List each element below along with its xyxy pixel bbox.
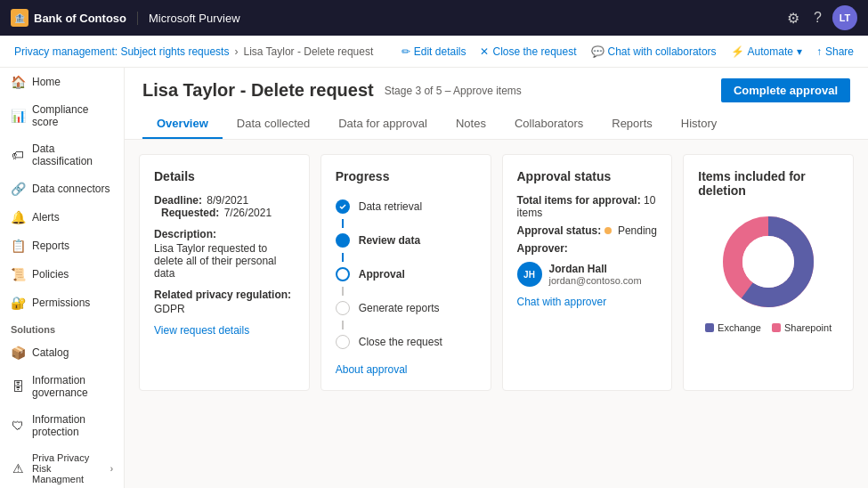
sidebar-item-policies[interactable]: 📜 Policies [0,260,124,289]
requested-label: Requested: [161,207,219,219]
company-name: Bank of Contoso [34,12,126,25]
sidebar-item-priva-risk[interactable]: ⚠ Priva Privacy Risk Managment › [0,445,124,488]
details-card: Details Deadline: 8/9/2021 Requested: 7/… [139,154,310,391]
sidebar-label-policies: Policies [32,268,69,281]
step-label-review: Review data [359,234,420,247]
share-label: Share [825,45,854,58]
info-gov-icon: 🗄 [11,379,25,394]
approval-status-label: Approval status: [517,224,602,237]
sidebar-label-classification: Data classification [32,142,113,167]
view-request-link[interactable]: View request details [154,324,295,337]
sidebar-label-alerts: Alerts [32,211,60,224]
svg-point-2 [742,236,794,288]
automate-icon: ⚡ [731,45,744,58]
alerts-icon: 🔔 [11,210,25,224]
top-bar: 🏦 Bank of Contoso Microsoft Purview ⚙ ? … [0,0,868,36]
complete-approval-button[interactable]: Complete approval [721,78,850,102]
chart-card: Items included for deletion Exchange [683,154,854,391]
classification-icon: 🏷 [11,148,25,162]
edit-details-action[interactable]: ✏ Edit details [402,45,466,58]
status-dot-pending [604,227,612,234]
approver-label-row: Approver: [517,242,658,255]
tab-collaborators[interactable]: Collaborators [500,110,597,139]
regulation-value: GDPR [154,303,295,315]
description-label: Description: [154,228,295,240]
sidebar-item-classification[interactable]: 🏷 Data classification [0,135,124,175]
chat-collaborators-action[interactable]: 💬 Chat with collaborators [591,45,717,58]
share-action[interactable]: ↑ Share [816,45,854,58]
tab-overview[interactable]: Overview [142,110,223,139]
settings-icon[interactable]: ⚙ [783,6,803,30]
chat-approver-link[interactable]: Chat with approver [517,296,658,308]
sidebar-item-alerts[interactable]: 🔔 Alerts [0,203,124,232]
progress-card-title: Progress [336,169,476,183]
close-request-action[interactable]: ✕ Close the request [480,45,576,58]
details-card-title: Details [154,169,295,183]
breadcrumb-base[interactable]: Privacy management: Subject rights reque… [14,45,229,58]
edit-label: Edit details [414,45,466,58]
expand-icon: › [110,464,113,474]
progress-steps: Data retrieval Review data Approval [336,194,476,354]
tab-notes[interactable]: Notes [442,110,500,139]
legend-sharepoint: Sharepoint [772,322,831,333]
sidebar-item-connectors[interactable]: 🔗 Data connectors [0,175,124,203]
sidebar-label-reports: Reports [32,240,69,252]
page-title-row: Lisa Taylor - Delete request Stage 3 of … [142,78,850,102]
close-icon: ✕ [480,45,489,58]
total-items-row: Total items for approval: 10 items [517,194,658,219]
catalog-icon: 📦 [11,346,25,360]
page-title: Lisa Taylor - Delete request [142,80,374,101]
help-icon[interactable]: ? [810,6,825,29]
breadcrumb-actions: ✏ Edit details ✕ Close the request 💬 Cha… [402,45,854,58]
step-circle-approval [336,267,350,281]
company-logo: 🏦 Bank of Contoso [11,9,126,27]
step-label-generate: Generate reports [359,302,440,314]
description-value: Lisa Taylor requested to delete all of t… [154,242,295,280]
tab-data-approval[interactable]: Data for approval [324,110,442,139]
approval-card-title: Approval status [517,169,658,183]
regulation-block: Related privacy regulation: GDPR [154,289,295,315]
breadcrumb-bar: Privacy management: Subject rights reque… [0,36,868,68]
automate-chevron-icon: ▾ [797,45,802,58]
share-icon: ↑ [816,45,822,58]
sidebar-item-home[interactable]: 🏠 Home [0,68,124,96]
reports-icon: 📋 [11,239,25,253]
sidebar-item-info-governance[interactable]: 🗄 Information governance [0,367,124,406]
deadline-value: 8/9/2021 [207,194,248,207]
approver-label: Approver: [517,242,568,255]
about-approval-link[interactable]: About approval [336,363,476,376]
sidebar-item-info-protection[interactable]: 🛡 Information protection [0,406,124,445]
regulation-label: Related privacy regulation: [154,289,295,301]
permissions-icon: 🔐 [11,296,25,310]
step-review-data: Review data [336,228,476,253]
tabs: Overview Data collected Data for approva… [142,110,850,139]
tab-reports[interactable]: Reports [597,110,667,139]
automate-action[interactable]: ⚡ Automate ▾ [731,45,802,58]
priva-risk-icon: ⚠ [11,461,25,476]
step-circle-pending-2 [336,335,350,349]
tab-history[interactable]: History [667,110,731,139]
approval-status-card: Approval status Total items for approval… [502,154,673,391]
total-items-label: Total items for approval: [517,194,641,207]
donut-chart [698,208,839,315]
step-label-close: Close the request [359,336,442,348]
chat-label: Chat with collaborators [608,45,717,58]
step-label-retrieval: Data retrieval [359,200,422,213]
cards-area: Details Deadline: 8/9/2021 Requested: 7/… [125,140,868,405]
avatar[interactable]: LT [832,5,857,30]
tab-data-collected[interactable]: Data collected [223,110,324,139]
sidebar-label-compliance: Compliance score [32,103,113,128]
approver-name: Jordan Hall [549,263,642,275]
sidebar-label-info-protection: Information protection [32,413,113,438]
approval-status-value: Pending [618,224,657,237]
description-block: Description: Lisa Taylor requested to de… [154,228,295,280]
step-generate-reports: Generate reports [336,296,476,321]
sharepoint-label: Sharepoint [784,322,831,333]
chart-legend: Exchange Sharepoint [698,322,839,333]
sidebar-item-permissions[interactable]: 🔐 Permissions [0,289,124,317]
sidebar: 🏠 Home 📊 Compliance score 🏷 Data classif… [0,68,125,488]
sidebar-item-catalog[interactable]: 📦 Catalog [0,338,124,367]
sidebar-item-reports[interactable]: 📋 Reports [0,232,124,260]
sidebar-item-compliance[interactable]: 📊 Compliance score [0,96,124,135]
bank-icon: 🏦 [11,9,28,27]
